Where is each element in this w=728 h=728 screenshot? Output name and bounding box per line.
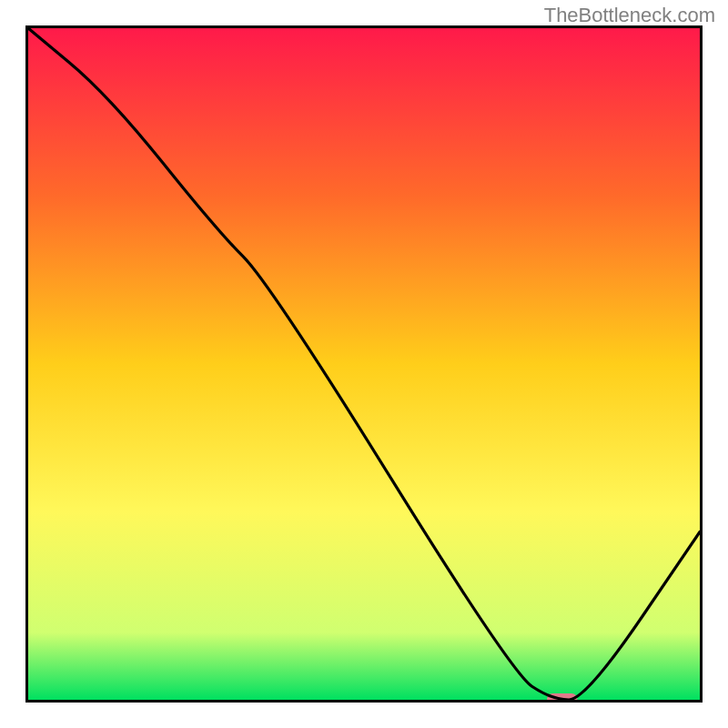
watermark-text: TheBottleneck.com (544, 4, 715, 27)
chart-container: TheBottleneck.com (0, 0, 728, 728)
chart-svg (25, 25, 703, 703)
chart-frame (25, 25, 703, 703)
background-rect (28, 28, 700, 700)
